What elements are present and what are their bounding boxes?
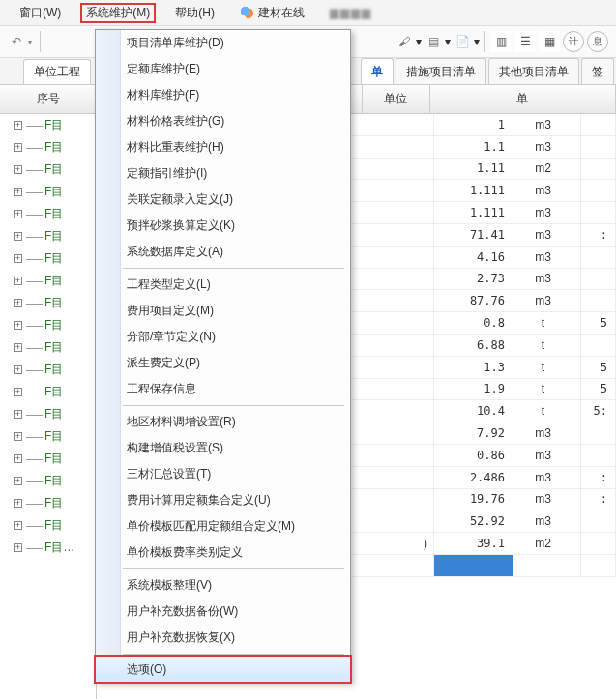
menu-item[interactable]: 单价模板费率类别定义 (96, 539, 350, 566)
cell-unit[interactable]: m3 (513, 445, 581, 466)
cell-extra[interactable]: 5 (581, 312, 616, 334)
cell-qty[interactable]: 6.88 (434, 335, 513, 356)
cell-extra[interactable] (581, 510, 616, 532)
cell-qty[interactable]: 1.111 (434, 180, 513, 201)
menu-item[interactable]: 工程保存信息 (96, 376, 350, 402)
tree-row[interactable]: +──F目 (0, 425, 96, 448)
cell-unit[interactable]: t (513, 400, 581, 422)
cell-extra[interactable]: 5 (581, 379, 616, 400)
tree-row[interactable]: +──F目 (0, 270, 96, 292)
expand-icon[interactable]: + (14, 477, 22, 485)
menu-item[interactable]: 项目清单库维护(D) (96, 30, 350, 56)
cell-qty[interactable]: 0.8 (434, 312, 513, 334)
tree-row[interactable]: +──F目 (0, 470, 96, 492)
cell-unit[interactable]: m3 (513, 247, 581, 268)
undo-drop-icon[interactable]: ▾ (28, 38, 32, 46)
cell-extra[interactable] (581, 159, 616, 180)
sheet-icon[interactable]: ▤ (425, 33, 442, 50)
tree-row[interactable]: +──F目 (0, 292, 96, 314)
tree-row[interactable]: +──F目 (0, 314, 96, 336)
cell-extra[interactable] (581, 335, 616, 356)
menu-item[interactable]: 材料比重表维护(H) (96, 134, 350, 160)
tree-row[interactable]: +──F目 (0, 159, 96, 181)
cell-unit[interactable]: m3 (513, 269, 581, 290)
cell-qty[interactable]: 7.92 (434, 422, 513, 444)
drop-icon[interactable]: ▾ (474, 35, 480, 48)
menu-item[interactable]: 费用项目定义(M) (96, 298, 350, 324)
drop-icon[interactable]: ▾ (416, 35, 422, 48)
tab-measures[interactable]: 措施项目清单 (396, 58, 486, 84)
expand-icon[interactable]: + (14, 521, 22, 530)
calc-icon[interactable]: 计 (563, 31, 584, 52)
menu-item[interactable]: 费用计算用定额集合定义(U) (96, 487, 350, 513)
cell-qty[interactable]: 39.1 (434, 533, 513, 554)
cell-extra[interactable] (581, 445, 616, 466)
cell-unit[interactable]: m2 (513, 159, 581, 180)
tree-row[interactable]: +──F目 (0, 448, 96, 470)
cell-qty[interactable]: 1 (434, 114, 513, 135)
tree-row[interactable]: +──F目 (0, 403, 96, 425)
expand-icon[interactable]: + (14, 432, 22, 441)
cell-extra[interactable] (581, 114, 616, 135)
expand-icon[interactable]: + (14, 410, 22, 419)
cell-qty[interactable]: 1.3 (434, 357, 513, 378)
format-paint-icon[interactable]: 🖌 (396, 33, 413, 50)
cell-unit[interactable]: m3 (513, 180, 581, 201)
cell-qty[interactable]: 2.73 (434, 269, 513, 290)
cell-qty[interactable]: 87.76 (434, 290, 513, 311)
tree-row[interactable]: +──F目 (0, 336, 96, 359)
th-unit[interactable]: 单位 (363, 85, 430, 113)
tab-bill-active[interactable]: 单 (361, 58, 394, 84)
cell-extra[interactable]: : (581, 489, 616, 510)
cell-qty[interactable]: 52.92 (434, 510, 513, 532)
tree-row[interactable]: +──F目 (0, 181, 96, 203)
cell-unit[interactable]: m3 (513, 136, 581, 158)
tree-row[interactable]: +──F目 (0, 136, 96, 159)
cell-unit[interactable]: t (513, 312, 581, 334)
cell-qty[interactable]: 1.11 (434, 159, 513, 180)
expand-icon[interactable]: + (14, 210, 22, 218)
cell-extra[interactable]: : (581, 224, 616, 246)
menu-item[interactable]: 用户补充数据恢复(X) (96, 625, 350, 651)
expand-icon[interactable]: + (14, 277, 22, 285)
cell-extra[interactable] (581, 422, 616, 444)
cell-extra[interactable] (581, 136, 616, 158)
expand-icon[interactable]: + (14, 188, 22, 196)
cell-extra[interactable] (581, 180, 616, 201)
cell-unit[interactable]: m3 (513, 114, 581, 135)
menu-item[interactable]: 地区材料调增设置(R) (96, 409, 350, 435)
menu-item[interactable]: 材料库维护(F) (96, 82, 350, 108)
tree-row[interactable]: +──F目 (0, 514, 96, 537)
menu-item[interactable]: 选项(O) (95, 656, 351, 683)
tree-row[interactable]: +──F目 (0, 381, 96, 403)
tree-row[interactable]: +──F目 (0, 203, 96, 225)
cell-qty[interactable]: 2.486 (434, 467, 513, 488)
menu-item[interactable]: 定额库维护(E) (96, 56, 350, 82)
tree-row[interactable]: +──F目 (0, 248, 96, 270)
cell-qty[interactable] (434, 555, 513, 576)
tab-sign[interactable]: 签 (581, 58, 614, 84)
tree-row[interactable]: +──F目 (0, 359, 96, 381)
expand-icon[interactable]: + (14, 321, 22, 330)
cell-unit[interactable]: m3 (513, 467, 581, 488)
cell-unit[interactable]: m2 (513, 533, 581, 554)
menu-item[interactable]: 三材汇总设置(T) (96, 461, 350, 487)
menu-item[interactable]: 预拌砂浆换算定义(K) (96, 213, 350, 239)
menu-item[interactable]: 分部/章节定义(N) (96, 324, 350, 350)
cell-qty[interactable]: 4.16 (434, 247, 513, 268)
menu-item[interactable]: 系统数据库定义(A) (96, 239, 350, 265)
cell-unit[interactable]: t (513, 379, 581, 400)
menu-help[interactable]: 帮助(H) (169, 3, 220, 23)
expand-icon[interactable]: + (14, 299, 22, 307)
expand-icon[interactable]: + (14, 254, 22, 263)
menu-item[interactable]: 用户补充数据备份(W) (96, 598, 350, 625)
cell-qty[interactable]: 1.9 (434, 379, 513, 400)
cell-unit[interactable]: m3 (513, 510, 581, 532)
cell-qty[interactable]: 19.76 (434, 489, 513, 510)
cell-extra[interactable] (581, 555, 616, 576)
menu-item[interactable]: 系统模板整理(V) (96, 572, 350, 598)
cell-qty[interactable]: 1.111 (434, 202, 513, 223)
menu-item[interactable]: 定额指引维护(I) (96, 160, 350, 187)
cell-qty[interactable]: 0.86 (434, 445, 513, 466)
cell-extra[interactable] (581, 269, 616, 290)
